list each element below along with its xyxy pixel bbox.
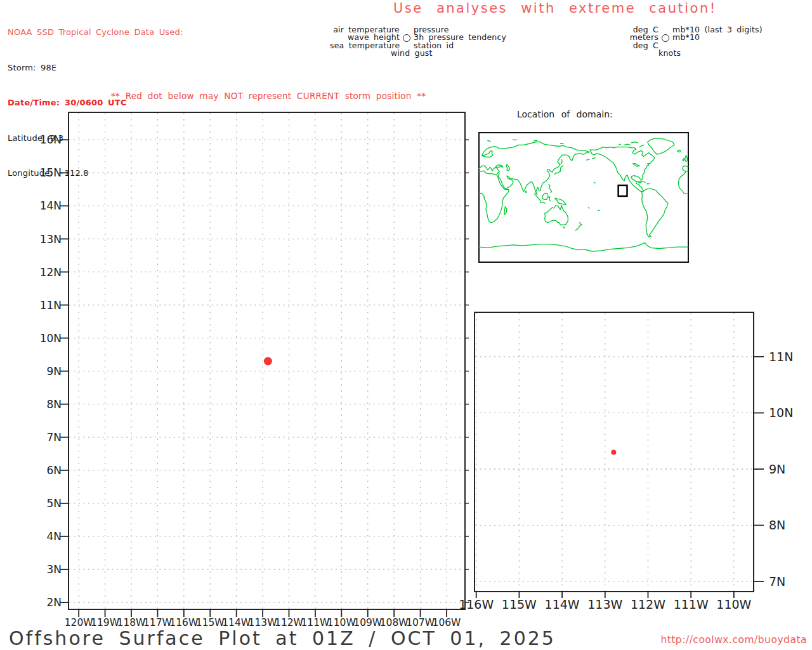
coastline xyxy=(555,198,566,204)
coastline xyxy=(534,194,540,202)
coastline xyxy=(624,144,630,145)
coastline xyxy=(642,189,668,237)
coastline xyxy=(495,165,503,168)
zoom_plot-y-tick-label: 9N xyxy=(769,462,785,476)
main_plot-y-tick-label: 12N xyxy=(40,266,62,279)
units-legend: deg C mb*10 (last 3 digits) meters mb*10… xyxy=(627,26,763,58)
zoom_plot-x-tick-label: 116W xyxy=(459,597,494,611)
site-url-link[interactable]: http://coolwx.com/buoydata xyxy=(660,634,807,646)
buoydata-surface-plot-page: 120W119W118W117W116W115W114W113W112W111W… xyxy=(0,0,812,650)
main_plot-y-tick-label: 8N xyxy=(46,398,62,411)
zoom_plot-x-tick-label: 112W xyxy=(631,597,665,611)
main_plot-y-tick-label: 2N xyxy=(46,596,62,609)
coastline xyxy=(588,208,589,208)
red-dot-warning: ** Red dot below may NOT represent CURRE… xyxy=(111,91,426,101)
coastline xyxy=(631,142,638,143)
coastline xyxy=(683,166,688,166)
coastline xyxy=(540,202,545,203)
storm-latitude: Latitude: 9.3 xyxy=(8,133,183,145)
coastline xyxy=(479,176,509,223)
zoom_plot-x-tick-label: 113W xyxy=(587,597,622,611)
storm-info-block: NOAA SSD Tropical Cyclone Data Used: Sto… xyxy=(8,3,183,203)
storm-longitude: Longitude: −112.8 xyxy=(8,168,183,180)
zoom_plot-x-tick-label: 111W xyxy=(674,597,709,611)
zoom_plot-y-tick-label: 7N xyxy=(769,574,785,588)
coastline xyxy=(639,145,644,147)
coastline xyxy=(542,193,548,199)
main_plot-y-tick-label: 3N xyxy=(46,563,62,576)
data-source-label: NOAA SSD Tropical Cyclone Data Used: xyxy=(8,27,183,39)
coastline xyxy=(590,150,643,192)
coastline xyxy=(506,164,510,171)
inset-map-title: Location of domain: xyxy=(517,109,613,119)
coastline xyxy=(504,207,507,215)
main_plot-y-tick-label: 13N xyxy=(40,233,62,246)
station-circle-icon xyxy=(403,34,410,42)
main_plot-y-tick-label: 10N xyxy=(40,332,62,345)
zoom_plot-y-tick-label: 8N xyxy=(769,518,785,532)
coastline xyxy=(479,242,688,251)
unit-deg-c-sea: deg C xyxy=(627,42,658,50)
main_plot-y-tick-label: 5N xyxy=(46,497,62,510)
coastline xyxy=(563,227,565,229)
station-model-legend: air temperature pressure wave height 3h … xyxy=(330,26,506,58)
page-title: Offshore Surface Plot at 01Z / OCT 01, 2… xyxy=(9,627,556,649)
coastline xyxy=(479,166,500,171)
storm-position-dot xyxy=(264,357,272,366)
zoom_plot-x-tick-label: 110W xyxy=(716,597,751,611)
world-map xyxy=(479,138,688,251)
main_plot-y-tick-label: 6N xyxy=(46,464,62,477)
coastline xyxy=(488,141,491,142)
coastline xyxy=(678,150,681,152)
coastline xyxy=(685,156,688,161)
zoom_plot-x-tick-label: 115W xyxy=(502,597,537,611)
coastline xyxy=(561,159,562,164)
coastline xyxy=(525,191,527,192)
coastline xyxy=(619,144,621,145)
coastline xyxy=(579,223,582,227)
coastline xyxy=(545,206,568,225)
legend-sea-temperature: sea temperature xyxy=(330,42,400,50)
coastline xyxy=(587,159,590,160)
unit-mb10: mb*10 xyxy=(672,34,763,41)
zoom_plot-x-tick-label: 114W xyxy=(545,597,580,611)
unit-knots: knots xyxy=(627,50,763,57)
coastline xyxy=(683,159,684,161)
coastline xyxy=(593,158,596,159)
coastline xyxy=(549,197,551,201)
coastline xyxy=(549,185,552,193)
main_plot-y-tick-label: 9N xyxy=(46,365,62,378)
zoom_plot-y-tick-label: 10N xyxy=(769,406,793,420)
coastline xyxy=(594,182,596,183)
coastline xyxy=(554,166,563,175)
coastline xyxy=(575,228,579,231)
caution-headline: Use analyses with extreme caution! xyxy=(393,1,717,16)
storm-id: Storm: 98E xyxy=(8,62,183,74)
main_plot-y-tick-label: 11N xyxy=(40,299,62,312)
coastline xyxy=(590,147,655,191)
main_plot-y-tick-label: 7N xyxy=(46,431,62,444)
world-map-frame xyxy=(479,133,688,262)
coastline xyxy=(678,171,688,194)
zoom_plot-y-tick-label: 11N xyxy=(769,350,793,364)
storm-position-dot xyxy=(611,449,616,454)
main_plot-y-tick-label: 4N xyxy=(46,530,62,543)
coastline xyxy=(648,138,674,154)
legend-wind-gust: wind gust xyxy=(330,50,506,57)
coastline xyxy=(683,166,686,171)
coastline xyxy=(633,164,639,167)
station-circle-icon xyxy=(662,34,669,42)
domain-location-box xyxy=(619,185,627,196)
